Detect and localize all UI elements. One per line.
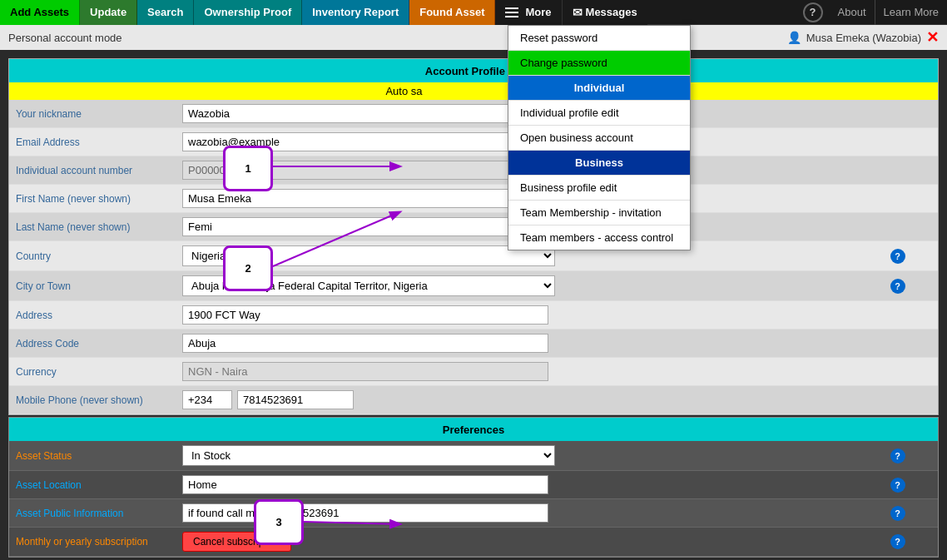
dropdown-change-password[interactable]: Change password	[508, 51, 690, 76]
top-navigation: Add Assets Update Search Ownership Proof…	[0, 0, 947, 25]
step-1-box: 1	[223, 146, 273, 191]
step-2-box: 2	[223, 245, 273, 291]
profile-form: Your nickname Email Address Individual a…	[9, 100, 938, 414]
address-input-cell	[176, 301, 880, 330]
country-row: Country Nigeria ?	[9, 241, 938, 271]
city-select-cell: Abuja FCT, Abuja Federal Capital Territo…	[176, 271, 880, 301]
user-info: 👤 Musa Emeka (Wazobia) ✕	[787, 28, 939, 47]
asset-status-select[interactable]: In Stock	[182, 445, 555, 466]
address-label: Address	[9, 301, 176, 330]
nickname-row: Your nickname	[9, 100, 938, 128]
subscription-label: Monthly or yearly subscription	[9, 528, 176, 557]
dropdown-team-membership[interactable]: Team Membership - invitation	[508, 201, 690, 225]
subscription-row: Monthly or yearly subscription Cancel su…	[9, 528, 938, 557]
messages-button[interactable]: ✉ Messages	[563, 0, 647, 25]
mobile-row: Mobile Phone (never shown)	[9, 386, 938, 414]
address-code-row: Address Code	[9, 330, 938, 358]
asset-status-select-cell: In Stock	[176, 441, 880, 471]
currency-input-cell	[176, 358, 880, 386]
city-label: City or Town	[9, 271, 176, 301]
asset-location-row: Asset Location ?	[9, 471, 938, 499]
first-name-input[interactable]	[182, 189, 548, 208]
dropdown-menu: Reset password Change password Individua…	[508, 25, 691, 250]
nickname-label: Your nickname	[9, 100, 176, 128]
preferences-container: Preferences Asset Status In Stock ? Asse…	[8, 417, 939, 558]
last-name-input[interactable]	[182, 217, 548, 236]
account-number-label: Individual account number	[9, 156, 176, 185]
address-input[interactable]	[182, 305, 548, 325]
email-icon: ✉	[573, 6, 583, 19]
learn-more-link[interactable]: Learn More	[875, 0, 947, 25]
first-name-row: First Name (never shown)	[9, 185, 938, 213]
user-icon: 👤	[787, 31, 801, 44]
dropdown-open-business-account[interactable]: Open business account	[508, 126, 690, 151]
account-number-row: Individual account number	[9, 156, 938, 185]
address-code-input-cell	[176, 330, 880, 358]
asset-public-info-label: Asset Public Information	[9, 499, 176, 528]
preferences-form: Asset Status In Stock ? Asset Location ?	[9, 441, 938, 557]
asset-status-label: Asset Status	[9, 441, 176, 471]
help-button[interactable]: ?	[803, 2, 823, 22]
mobile-input-cell	[176, 386, 880, 414]
asset-status-help-icon[interactable]: ?	[890, 448, 905, 463]
account-mode-text: Personal account mode	[8, 32, 122, 44]
dropdown-reset-password[interactable]: Reset password	[508, 26, 690, 51]
asset-location-input[interactable]	[182, 475, 548, 494]
dropdown-individual-profile-edit[interactable]: Individual profile edit	[508, 101, 690, 126]
nickname-input[interactable]	[182, 104, 548, 123]
auto-save-bar: Auto sa updated	[9, 82, 938, 100]
email-row: Email Address	[9, 128, 938, 156]
dropdown-business-header: Business	[508, 151, 690, 176]
about-link[interactable]: About	[830, 0, 875, 25]
ownership-proof-button[interactable]: Ownership Proof	[194, 0, 302, 25]
asset-public-info-row: Asset Public Information ?	[9, 499, 938, 528]
currency-row: Currency	[9, 358, 938, 386]
asset-location-label: Asset Location	[9, 471, 176, 499]
dropdown-individual-header: Individual	[508, 76, 690, 101]
update-button[interactable]: Update	[80, 0, 137, 25]
main-content: Account Profile - P Auto sa updated Your…	[0, 50, 947, 560]
asset-location-input-cell	[176, 471, 880, 499]
asset-status-row: Asset Status In Stock ?	[9, 441, 938, 471]
country-code-input[interactable]	[182, 390, 232, 409]
mobile-label: Mobile Phone (never shown)	[9, 386, 176, 414]
account-mode-bar: Personal account mode 👤 Musa Emeka (Wazo…	[0, 25, 947, 50]
phone-number-input[interactable]	[237, 390, 354, 409]
nav-right: ? About Learn More	[803, 0, 947, 25]
user-name: Musa Emeka (Wazobia)	[806, 32, 921, 44]
country-help-icon[interactable]: ?	[890, 249, 905, 264]
currency-input	[182, 362, 548, 381]
add-assets-button[interactable]: Add Assets	[0, 0, 80, 25]
dropdown-team-members[interactable]: Team members - access control	[508, 225, 690, 250]
step-3-box: 3	[254, 499, 304, 545]
asset-public-info-help-icon[interactable]: ?	[890, 506, 905, 521]
address-code-input[interactable]	[182, 334, 548, 353]
city-row: City or Town Abuja FCT, Abuja Federal Ca…	[9, 271, 938, 301]
found-asset-button[interactable]: Found Asset	[409, 0, 495, 25]
first-name-label: First Name (never shown)	[9, 185, 176, 213]
last-name-row: Last Name (never shown)	[9, 213, 938, 241]
asset-public-info-input[interactable]	[182, 503, 548, 523]
hamburger-icon	[505, 7, 522, 17]
subscription-help-icon[interactable]: ?	[890, 534, 905, 549]
preferences-header: Preferences	[9, 418, 938, 441]
city-help-icon[interactable]: ?	[890, 279, 905, 294]
profile-header: Account Profile - P	[9, 59, 938, 82]
asset-location-help-icon[interactable]: ?	[890, 478, 905, 493]
inventory-report-button[interactable]: Inventory Report	[302, 0, 409, 25]
more-button[interactable]: More	[495, 0, 562, 25]
address-code-label: Address Code	[9, 330, 176, 358]
email-label: Email Address	[9, 128, 176, 156]
last-name-label: Last Name (never shown)	[9, 213, 176, 241]
currency-label: Currency	[9, 358, 176, 386]
close-button[interactable]: ✕	[926, 28, 939, 47]
country-label: Country	[9, 241, 176, 271]
address-row: Address	[9, 301, 938, 330]
dropdown-business-profile-edit[interactable]: Business profile edit	[508, 176, 690, 201]
search-button[interactable]: Search	[137, 0, 194, 25]
profile-container: Account Profile - P Auto sa updated Your…	[8, 58, 939, 415]
